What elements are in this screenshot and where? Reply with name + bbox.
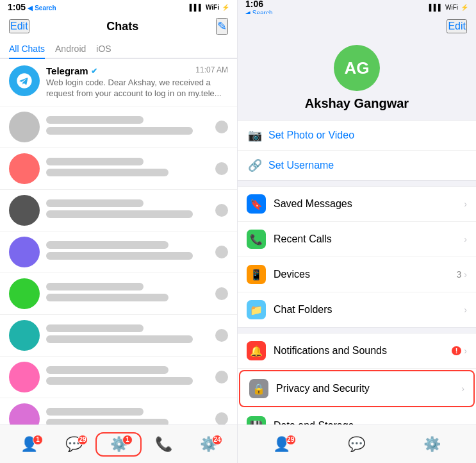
- right-panel: 1:06 ◀ Search ▌▌▌ WiFi ⚡ Edit AG Akshay …: [238, 0, 476, 463]
- right-status-icons: ▌▌▌ WiFi ⚡: [429, 4, 468, 11]
- privacy-security-item[interactable]: 🔒 Privacy and Security ›: [239, 370, 475, 407]
- avatar: [9, 195, 40, 226]
- chat-info: [46, 366, 209, 388]
- blurred-msg: [46, 377, 193, 385]
- right-nav-bar: Edit: [238, 14, 476, 37]
- right-contacts-badge: 29: [286, 435, 296, 445]
- telegram-chat-item[interactable]: Telegram ✔ 11:07 AM Web login code. Dear…: [0, 59, 237, 106]
- list-item[interactable]: [0, 106, 237, 148]
- right-settings-icon: ⚙️: [423, 436, 441, 453]
- right-signal-icon: ▌▌▌: [429, 4, 443, 11]
- blurred-name: [46, 158, 144, 165]
- recent-calls-icon: 📞: [247, 230, 266, 249]
- telegram-name: Telegram ✔: [46, 65, 97, 76]
- chat-badge: [215, 246, 228, 258]
- tab-settings-right[interactable]: ⚙️ 24: [189, 436, 227, 453]
- blurred-name: [46, 366, 168, 374]
- list-item[interactable]: [0, 398, 237, 425]
- chat-badge: [215, 371, 228, 383]
- devices-icon: 📱: [247, 265, 266, 284]
- chat-folders-label: Chat Folders: [274, 304, 456, 316]
- saved-messages-item[interactable]: 🔖 Saved Messages ›: [238, 187, 476, 222]
- camera-icon: 📷: [248, 128, 262, 142]
- list-item[interactable]: [0, 357, 237, 398]
- privacy-security-icon: 🔒: [249, 379, 268, 398]
- devices-label: Devices: [274, 269, 449, 280]
- tab-settings-center[interactable]: ⚙️ 1: [99, 436, 138, 453]
- chat-folders-icon: 📁: [247, 300, 266, 319]
- list-item[interactable]: [0, 273, 237, 315]
- telegram-time: 11:07 AM: [195, 65, 228, 76]
- right-tab-settings[interactable]: ⚙️: [413, 436, 451, 453]
- profile-section: AG Akshay Gangwar: [238, 37, 476, 120]
- chat-badge: [215, 162, 228, 175]
- telegram-message: Web login code. Dear Akshay, we received…: [46, 78, 228, 99]
- left-nav-bar: Edit Chats ✎: [0, 14, 237, 37]
- right-tab-chats[interactable]: 💬: [338, 436, 376, 453]
- set-username-item[interactable]: 🔗 Set Username: [238, 151, 476, 180]
- list-item[interactable]: [0, 190, 237, 232]
- left-bottom-tab-bar: 👤 1 💬 29 ⚙️ 1 📞 ⚙️ 24: [0, 425, 237, 463]
- blurred-name: [46, 408, 144, 416]
- tabs-bar: All Chats Android iOS: [0, 37, 237, 59]
- left-back-search[interactable]: ◀ Search: [28, 4, 56, 12]
- verified-icon: ✔: [91, 67, 97, 76]
- chevron-icon: ›: [464, 234, 467, 244]
- avatar: [9, 153, 40, 184]
- chat-folders-right: ›: [464, 305, 467, 315]
- chat-info: [46, 199, 209, 221]
- chat-folders-item[interactable]: 📁 Chat Folders ›: [238, 292, 476, 327]
- data-storage-item[interactable]: 💾 Data and Storage ›: [238, 408, 476, 425]
- saved-messages-right: ›: [464, 199, 467, 209]
- left-status-bar: 1:05 ◀ Search ▌▌▌ WiFi ⚡: [0, 0, 237, 14]
- tab-contacts[interactable]: 👤 1: [10, 436, 48, 453]
- saved-messages-label: Saved Messages: [274, 198, 456, 210]
- blurred-msg: [46, 127, 193, 135]
- profile-avatar: AG: [334, 45, 380, 91]
- notifications-label: Notifications and Sounds: [274, 345, 444, 357]
- tab-chats[interactable]: 💬 29: [54, 436, 93, 453]
- battery-icon: ⚡: [222, 4, 229, 11]
- chat-badge: [215, 329, 228, 342]
- compose-button[interactable]: ✎: [216, 18, 228, 35]
- left-nav-title: Chats: [106, 20, 138, 33]
- notifications-item[interactable]: 🔔 Notifications and Sounds ! ›: [238, 333, 476, 369]
- left-status-icons: ▌▌▌ WiFi ⚡: [190, 4, 229, 11]
- blurred-msg: [46, 210, 193, 218]
- chats-badge: 29: [78, 435, 88, 445]
- blurred-name: [46, 324, 144, 332]
- chat-info: [46, 116, 209, 138]
- chat-badge: [215, 412, 228, 425]
- blurred-name: [46, 199, 144, 207]
- tab-ios[interactable]: iOS: [96, 44, 111, 58]
- tab-calls[interactable]: 📞: [144, 436, 183, 453]
- blurred-msg: [46, 335, 193, 343]
- list-item[interactable]: [0, 315, 237, 357]
- settings-group-1: 🔖 Saved Messages › 📞 Recent Calls › 📱 De…: [238, 186, 476, 328]
- tab-all-chats[interactable]: All Chats: [9, 44, 45, 59]
- chevron-icon: ›: [461, 383, 464, 394]
- avatar: [9, 112, 40, 142]
- tab-android[interactable]: Android: [55, 44, 86, 58]
- chat-badge: [215, 287, 228, 300]
- list-item[interactable]: [0, 232, 237, 273]
- set-username-label: Set Username: [268, 160, 334, 171]
- right-wifi-icon: WiFi: [445, 4, 458, 11]
- set-photo-label: Set Photo or Video: [268, 130, 354, 141]
- settings-list: 🔖 Saved Messages › 📞 Recent Calls › 📱 De…: [238, 181, 476, 425]
- recent-calls-label: Recent Calls: [274, 233, 456, 245]
- recent-calls-item[interactable]: 📞 Recent Calls ›: [238, 222, 476, 257]
- data-storage-icon: 💾: [247, 416, 266, 425]
- right-tab-contacts[interactable]: 👤 29: [263, 436, 301, 453]
- right-battery-icon: ⚡: [461, 4, 468, 11]
- right-edit-button[interactable]: Edit: [447, 19, 467, 33]
- devices-item[interactable]: 📱 Devices 3 ›: [238, 257, 476, 292]
- chat-info: [46, 241, 209, 263]
- right-chats-icon: 💬: [348, 436, 365, 453]
- set-photo-video-item[interactable]: 📷 Set Photo or Video: [238, 121, 476, 151]
- list-item[interactable]: [0, 148, 237, 190]
- right-bottom-tab-bar: 👤 29 💬 ⚙️: [238, 425, 476, 463]
- left-status-bar-left: 1:05 ◀ Search: [8, 2, 56, 12]
- left-edit-button[interactable]: Edit: [9, 19, 29, 33]
- left-time: 1:05: [8, 2, 26, 12]
